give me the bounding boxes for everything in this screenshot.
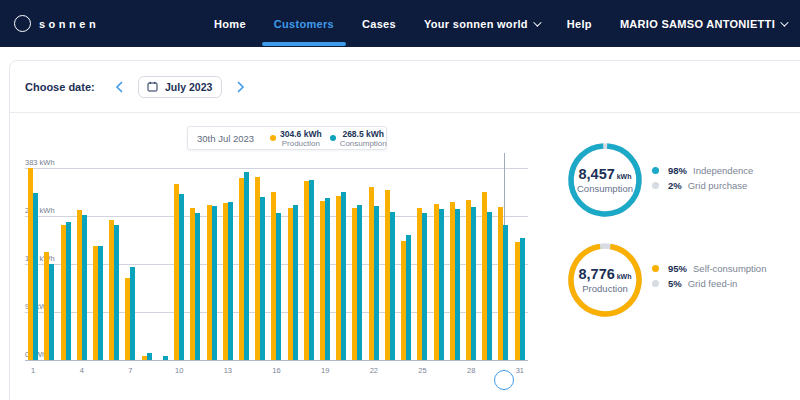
bar-group-day-18[interactable] [301, 166, 317, 360]
consumption-bar [130, 267, 135, 360]
date-chooser: Choose date: July 2023 [10, 61, 800, 112]
x-axis-tick-label: 22 [370, 366, 378, 375]
consumption-bar [455, 209, 460, 360]
x-axis-tick-label: 19 [321, 366, 329, 375]
bar-group-day-11[interactable] [187, 166, 203, 360]
consumption-bar [357, 205, 362, 360]
bar-group-day-6[interactable] [106, 166, 122, 360]
donut-label: Production [582, 283, 627, 295]
bar-group-day-23[interactable] [382, 166, 398, 360]
consumption-bar [228, 202, 233, 360]
consumption-bar [471, 207, 476, 360]
bar-group-day-10[interactable] [171, 166, 187, 360]
bar-group-day-14[interactable] [236, 166, 252, 360]
bar-group-day-7[interactable] [122, 166, 138, 360]
x-axis-tick-label: 1 [31, 366, 35, 375]
bar-group-day-3[interactable] [57, 166, 73, 360]
calendar-icon [147, 81, 158, 92]
consumption-bar [33, 193, 38, 360]
nav-item-mario-samso-antonietti[interactable]: MARIO SAMSO ANTONIETTI [620, 0, 786, 47]
series-dot-icon [330, 135, 336, 141]
consumption-bar [276, 213, 281, 360]
bar-group-day-28[interactable] [463, 166, 479, 360]
selected-day-marker[interactable] [494, 370, 514, 390]
consumption-bar [244, 172, 249, 360]
tooltip-label: Consumption [340, 139, 387, 148]
bar-group-day-27[interactable] [447, 166, 463, 360]
x-axis-tick-label: 13 [224, 366, 232, 375]
chart-tooltip: 30th Jul 2023 304.6 kWhProduction268.5 k… [187, 126, 387, 150]
consumption-bar [49, 264, 54, 360]
bar-group-day-26[interactable] [430, 166, 446, 360]
donut-value: 8,457 [578, 166, 614, 182]
nav-item-customers[interactable]: Customers [274, 0, 334, 47]
bar-group-day-24[interactable] [398, 166, 414, 360]
tooltip-entries: 304.6 kWhProduction268.5 kWhConsumption [270, 129, 395, 148]
chevron-down-icon [533, 18, 541, 26]
consumption-bar [309, 180, 314, 360]
tooltip-entry: 304.6 kWhProduction [270, 129, 322, 148]
nav-item-help[interactable]: Help [567, 0, 592, 47]
donut-unit: kWh [615, 273, 632, 280]
bar-group-day-4[interactable] [74, 166, 90, 360]
bar-group-day-22[interactable] [366, 166, 382, 360]
consumption-bar [195, 213, 200, 360]
consumption-bar [98, 246, 103, 360]
consumption-bar [520, 238, 525, 360]
bar-group-day-15[interactable] [252, 166, 268, 360]
consumption-bar [66, 222, 71, 360]
section-divider [10, 112, 800, 113]
nav-menu: HomeCustomersCasesYour sonnen worldHelpM… [214, 0, 786, 47]
legend-percent: 5% [668, 278, 682, 289]
legend-label: Self-consumption [693, 263, 766, 274]
bar-group-day-19[interactable] [317, 166, 333, 360]
bar-group-day-30[interactable] [495, 166, 511, 360]
selected-date: July 2023 [165, 81, 212, 93]
previous-month-button[interactable] [109, 77, 130, 97]
legend-percent: 2% [668, 180, 682, 191]
consumption-legend: 98%Independence2%Grid purchase [652, 164, 753, 191]
bar-group-day-12[interactable] [203, 166, 219, 360]
bar-group-day-16[interactable] [268, 166, 284, 360]
nav-item-label: Customers [274, 18, 334, 30]
production-legend: 95%Self-consumption5%Grid feed-in [652, 262, 766, 289]
consumption-bar [325, 198, 330, 360]
brand-name: sonnen [39, 18, 99, 30]
bar-group-day-2[interactable] [41, 166, 57, 360]
next-month-button[interactable] [230, 77, 251, 97]
sonnen-logo[interactable]: sonnen [14, 15, 99, 32]
nav-item-cases[interactable]: Cases [362, 0, 396, 47]
bar-group-day-5[interactable] [90, 166, 106, 360]
bar-group-day-31[interactable] [512, 166, 528, 360]
legend-dot-icon [652, 280, 659, 287]
bar-group-day-20[interactable] [333, 166, 349, 360]
bar-group-day-25[interactable] [414, 166, 430, 360]
bar-group-day-1[interactable] [25, 166, 41, 360]
nav-item-label: Your sonnen world [424, 18, 528, 30]
consumption-donut: 8,457 kWhConsumption [565, 140, 645, 220]
consumption-bar [163, 356, 168, 360]
x-axis-tick-label: 10 [175, 366, 183, 375]
nav-item-home[interactable]: Home [214, 0, 246, 47]
bar-group-day-17[interactable] [285, 166, 301, 360]
consumption-bar [487, 212, 492, 360]
chevron-left-icon [115, 81, 124, 93]
bar-group-day-8[interactable] [139, 166, 155, 360]
bar-group-day-29[interactable] [479, 166, 495, 360]
consumption-bar [179, 194, 184, 360]
legend-percent: 95% [668, 263, 687, 274]
legend-row: 5%Grid feed-in [652, 277, 766, 289]
tooltip-date: 30th Jul 2023 [188, 133, 263, 144]
tooltip-label: Production [282, 139, 320, 148]
donut-total: 8,776 kWh [578, 265, 631, 283]
date-select[interactable]: July 2023 [138, 76, 222, 98]
bar-group-day-13[interactable] [220, 166, 236, 360]
bar-group-day-21[interactable] [349, 166, 365, 360]
bar-group-day-9[interactable] [155, 166, 171, 360]
nav-item-your-sonnen-world[interactable]: Your sonnen world [424, 0, 539, 47]
donut-center-text: 8,457 kWhConsumption [565, 140, 645, 220]
consumption-bar [341, 192, 346, 360]
consumption-bar [82, 215, 87, 360]
consumption-bar [406, 235, 411, 360]
donut-center-text: 8,776 kWhProduction [565, 240, 645, 320]
